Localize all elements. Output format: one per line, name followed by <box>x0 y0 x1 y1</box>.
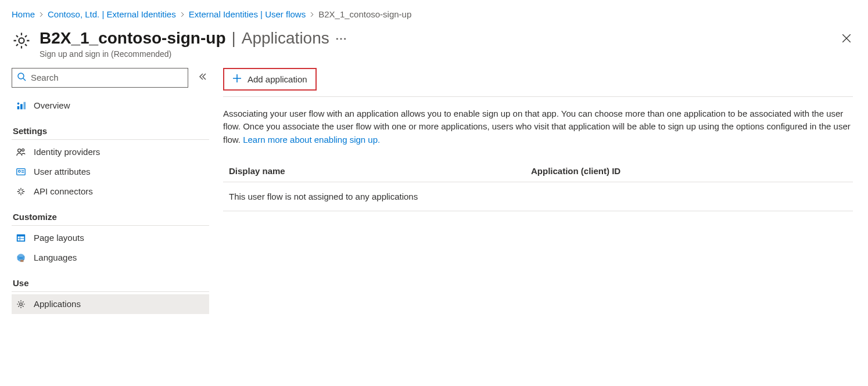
collapse-sidebar-button[interactable] <box>195 70 209 85</box>
svg-point-0 <box>19 38 24 43</box>
chevron-right-icon <box>38 9 44 19</box>
sidebar-group-use: Use <box>12 268 209 292</box>
sidebar-item-label: Identity providers <box>34 147 100 157</box>
overview-icon <box>15 100 27 111</box>
breadcrumb-item-user-flows[interactable]: External Identities | User flows <box>189 9 306 19</box>
svg-point-1 <box>18 73 24 79</box>
table-empty-message: This user flow is not assigned to any ap… <box>229 188 847 205</box>
table-body: This user flow is not assigned to any ap… <box>223 182 853 211</box>
search-input-wrapper[interactable] <box>12 68 188 88</box>
sidebar-item-applications[interactable]: Applications <box>12 294 209 314</box>
sidebar-item-user-attributes[interactable]: User attributes <box>12 162 209 182</box>
sidebar-item-label: Overview <box>34 100 70 110</box>
sidebar-item-label: Applications <box>34 299 81 309</box>
column-display-name: Display name <box>229 166 531 176</box>
people-icon <box>15 147 27 157</box>
svg-point-14 <box>20 302 23 305</box>
description: Associating your user flow with an appli… <box>223 97 853 161</box>
globe-icon <box>15 252 27 263</box>
sidebar-item-page-layouts[interactable]: Page layouts <box>12 228 209 248</box>
chevron-right-icon <box>309 9 315 19</box>
layout-icon <box>15 233 27 243</box>
svg-rect-2 <box>17 106 20 109</box>
learn-more-link[interactable]: Learn more about enabling sign up. <box>243 135 380 145</box>
sidebar-item-api-connectors[interactable]: API connectors <box>12 182 209 201</box>
svg-rect-3 <box>20 104 23 109</box>
sidebar-group-settings: Settings <box>12 116 209 140</box>
title-separator: | <box>231 28 235 48</box>
connectors-icon <box>15 186 27 197</box>
gear-icon <box>15 299 27 309</box>
sidebar: Overview Settings Identity providers <box>12 68 209 314</box>
add-application-label: Add application <box>248 74 307 84</box>
breadcrumb: Home Contoso, Ltd. | External Identities… <box>12 9 856 25</box>
toolbar: Add application <box>223 68 853 97</box>
plus-icon <box>232 74 242 85</box>
page-title-section: Applications <box>242 28 329 48</box>
breadcrumb-current: B2X_1_contoso-sign-up <box>318 9 411 19</box>
search-input[interactable] <box>30 72 183 83</box>
breadcrumb-item-external-identities[interactable]: Contoso, Ltd. | External Identities <box>48 9 176 19</box>
svg-point-7 <box>22 149 24 151</box>
page-subtitle: Sign up and sign in (Recommended) <box>40 49 828 59</box>
sidebar-item-label: Page layouts <box>34 233 84 243</box>
card-icon <box>15 167 27 177</box>
svg-point-5 <box>17 102 20 104</box>
add-application-button[interactable]: Add application <box>223 68 317 91</box>
column-client-id: Application (client) ID <box>531 166 847 176</box>
svg-point-6 <box>18 149 21 151</box>
sidebar-item-identity-providers[interactable]: Identity providers <box>12 142 209 162</box>
chevron-right-icon <box>180 9 185 19</box>
sidebar-item-overview[interactable]: Overview <box>12 96 209 116</box>
svg-rect-13 <box>20 259 23 262</box>
sidebar-item-languages[interactable]: Languages <box>12 248 209 268</box>
sidebar-group-customize: Customize <box>12 201 209 226</box>
gear-icon <box>12 28 31 52</box>
close-button[interactable] <box>837 28 856 50</box>
table-header: Display name Application (client) ID <box>223 160 853 182</box>
page-title: B2X_1_contoso-sign-up <box>40 28 225 48</box>
search-icon <box>17 72 26 83</box>
sidebar-item-label: API connectors <box>34 186 93 196</box>
svg-point-9 <box>19 170 21 172</box>
sidebar-item-label: User attributes <box>34 167 91 176</box>
svg-rect-4 <box>24 102 26 109</box>
breadcrumb-item-home[interactable]: Home <box>12 9 35 19</box>
more-actions-button[interactable]: ⋯ <box>332 29 350 48</box>
sidebar-item-label: Languages <box>34 252 77 262</box>
svg-rect-8 <box>17 168 25 175</box>
